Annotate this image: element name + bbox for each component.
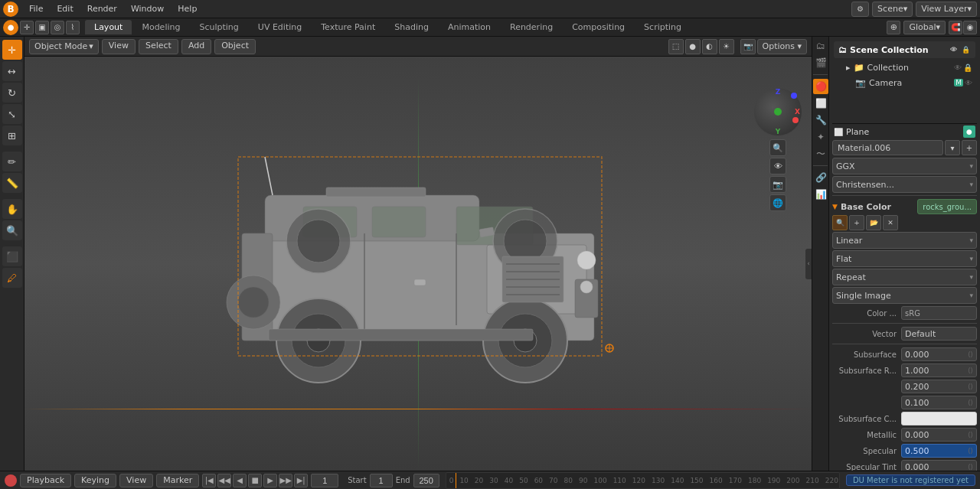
- rotate-tool-btn[interactable]: ↻: [2, 83, 22, 103]
- tab-texture-paint[interactable]: Texture Paint: [312, 20, 384, 34]
- add-cube-btn[interactable]: ⬛: [2, 246, 22, 266]
- end-frame-input[interactable]: [413, 474, 439, 487]
- tab-shading[interactable]: Shading: [385, 20, 438, 34]
- lasso-tool[interactable]: ⌇: [66, 21, 80, 34]
- menu-render[interactable]: Render: [81, 2, 123, 15]
- subsurface-r-val3[interactable]: 0.100 ⟨⟩: [901, 396, 977, 409]
- move-tool-btn[interactable]: ↔: [2, 61, 22, 81]
- tab-layout[interactable]: Layout: [85, 20, 132, 34]
- add-menu-btn[interactable]: Add: [181, 39, 211, 54]
- open-texture-btn[interactable]: 📂: [866, 215, 881, 230]
- playback-btn[interactable]: Playback: [20, 474, 71, 487]
- engine-selector[interactable]: ⚙: [851, 2, 869, 17]
- material-browse-btn[interactable]: ▾: [945, 140, 960, 155]
- step-forward-btn[interactable]: ▶▶: [279, 474, 292, 487]
- texture-browse-btn[interactable]: 🔍: [832, 215, 848, 230]
- outliner-row-collection[interactable]: ▸ 📁 Collection 👁 🔒: [834, 60, 975, 75]
- extension-dropdown[interactable]: Flat: [832, 250, 977, 267]
- cursor-tool[interactable]: ✛: [20, 21, 34, 34]
- properties-tab-render[interactable]: 🎬: [813, 55, 828, 70]
- material-name-field[interactable]: Material.006: [832, 140, 943, 155]
- object-mode-selector[interactable]: Object Mode ▾: [29, 39, 99, 54]
- options-btn[interactable]: Options ▾: [757, 39, 807, 54]
- subsurface-value[interactable]: 0.000 ⟨⟩: [901, 347, 977, 361]
- playhead[interactable]: [456, 473, 456, 488]
- annotate-tool-btn[interactable]: ✏: [2, 152, 22, 171]
- tab-rendering[interactable]: Rendering: [501, 20, 562, 34]
- base-color-expand[interactable]: ▼: [832, 203, 838, 210]
- record-btn[interactable]: [5, 474, 17, 487]
- view-pan-btn[interactable]: ✋: [2, 199, 22, 219]
- keying-btn[interactable]: Keying: [74, 474, 116, 487]
- select-menu-btn[interactable]: Select: [139, 39, 178, 54]
- transform-tool-btn[interactable]: ⊞: [2, 126, 22, 145]
- properties-tab-material[interactable]: 🔴: [813, 79, 828, 94]
- globe-btn[interactable]: 🌐: [769, 194, 786, 211]
- unlink-texture-btn[interactable]: ✕: [883, 215, 898, 230]
- color-value[interactable]: sRG: [901, 306, 977, 320]
- camera-view-btn[interactable]: 📷: [740, 39, 756, 54]
- subsurface-r-val1[interactable]: 1.000 ⟨⟩: [901, 363, 977, 377]
- global-transform[interactable]: Global ▾: [903, 21, 946, 34]
- start-frame-input[interactable]: [370, 474, 393, 487]
- specular-tint-value[interactable]: 0.000 ⟨⟩: [901, 460, 977, 471]
- viewport-shading-solid[interactable]: ●: [685, 39, 701, 54]
- jump-to-end-btn[interactable]: ▶|: [294, 474, 308, 487]
- view-zoom-btn[interactable]: 🔍: [2, 220, 22, 240]
- play-forward-btn[interactable]: ▶: [263, 474, 277, 487]
- view-btn[interactable]: View: [119, 474, 153, 487]
- measure-tool-btn[interactable]: 📏: [2, 173, 22, 193]
- projection-dropdown[interactable]: Repeat: [832, 269, 977, 285]
- sidebar-collapse-btn[interactable]: ‹: [805, 249, 812, 279]
- properties-tab-constraints[interactable]: 🔗: [813, 170, 828, 185]
- vector-value[interactable]: Default: [901, 327, 977, 341]
- tab-compositing[interactable]: Compositing: [563, 20, 634, 34]
- proportional-edit[interactable]: ◉: [963, 21, 977, 34]
- tab-uv-editing[interactable]: UV Editing: [249, 20, 311, 34]
- scene-canvas[interactable]: X Y Z 🔍 👁 📷 🌐: [24, 57, 812, 471]
- metallic-value[interactable]: 0.000 ⟨⟩: [901, 428, 977, 442]
- properties-tab-particles[interactable]: ✦: [813, 129, 828, 145]
- scale-tool-btn[interactable]: ⤡: [2, 104, 22, 124]
- marker-btn[interactable]: Marker: [156, 474, 199, 487]
- viewport-shading-wireframe[interactable]: ⬚: [668, 39, 684, 54]
- properties-tab-physics[interactable]: 〜: [813, 146, 828, 161]
- snap-toggle[interactable]: 🧲: [949, 21, 962, 34]
- source-dropdown[interactable]: Single Image: [832, 287, 977, 304]
- select-circle-tool[interactable]: ◎: [51, 21, 64, 34]
- view-layer-selector[interactable]: View Layer ▾: [916, 2, 977, 17]
- zoom-btn[interactable]: 🔍: [769, 139, 786, 156]
- viewport-shading-rendered[interactable]: ☀: [719, 39, 734, 54]
- tab-animation[interactable]: Animation: [439, 20, 500, 34]
- menu-help[interactable]: Help: [172, 2, 203, 15]
- properties-tab-object[interactable]: ⬜: [813, 96, 828, 111]
- menu-window[interactable]: Window: [125, 2, 170, 15]
- menu-edit[interactable]: Edit: [51, 2, 79, 15]
- stop-btn[interactable]: ■: [248, 474, 262, 487]
- current-frame-input[interactable]: [311, 474, 338, 487]
- subsurface-c-color[interactable]: [901, 412, 977, 425]
- grease-pencil-btn[interactable]: 🖊: [2, 268, 22, 288]
- play-back-btn[interactable]: ◀: [233, 474, 247, 487]
- properties-tab-data[interactable]: 📊: [813, 187, 828, 202]
- menu-file[interactable]: File: [23, 2, 49, 15]
- tab-scripting[interactable]: Scripting: [635, 20, 691, 34]
- tab-modeling[interactable]: Modeling: [132, 20, 189, 34]
- new-texture-btn[interactable]: +: [849, 215, 864, 230]
- specular-value[interactable]: 0.500 ⟨⟩: [901, 444, 977, 458]
- base-color-texture-btn[interactable]: rocks_grou...: [917, 199, 977, 214]
- view-menu-btn[interactable]: View: [102, 39, 136, 54]
- distribution-dropdown[interactable]: Christensen...: [832, 176, 977, 193]
- outliner-row-camera[interactable]: 📷 Camera M 👁: [834, 75, 975, 90]
- snap-icon[interactable]: ⊕: [887, 21, 900, 34]
- step-back-btn[interactable]: ◀◀: [217, 474, 231, 487]
- scene-selector[interactable]: Scene ▾: [872, 2, 913, 17]
- cursor-tool-btn[interactable]: ✛: [2, 40, 22, 60]
- subsurface-r-val2[interactable]: 0.200 ⟨⟩: [901, 380, 977, 393]
- tab-sculpting[interactable]: Sculpting: [190, 20, 247, 34]
- properties-tab-modifier[interactable]: 🔧: [813, 112, 828, 128]
- material-add-btn[interactable]: +: [962, 140, 977, 155]
- camera-btn[interactable]: 📷: [769, 176, 786, 193]
- linear-dropdown[interactable]: Linear: [832, 232, 977, 249]
- ggx-dropdown[interactable]: GGX: [832, 158, 977, 174]
